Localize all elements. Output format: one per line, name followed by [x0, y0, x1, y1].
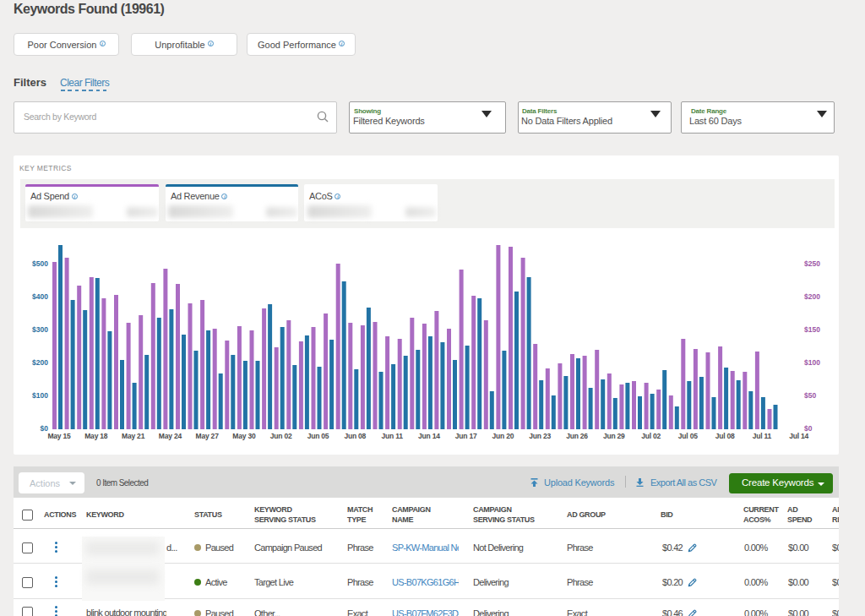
svg-text:Jun 17: Jun 17: [455, 432, 477, 440]
svg-text:Jun 05: Jun 05: [307, 432, 329, 440]
svg-text:$200: $200: [32, 358, 48, 367]
svg-text:Jun 26: Jun 26: [566, 432, 588, 440]
svg-text:Jun 02: Jun 02: [270, 432, 292, 440]
svg-text:$300: $300: [32, 325, 48, 334]
svg-text:Jul 11: Jul 11: [753, 432, 772, 440]
svg-text:$150: $150: [804, 325, 820, 334]
svg-text:$400: $400: [32, 292, 48, 301]
svg-text:May 24: May 24: [159, 432, 182, 440]
svg-text:Jul 02: Jul 02: [641, 432, 661, 440]
svg-text:Jun 29: Jun 29: [603, 432, 625, 440]
svg-text:$100: $100: [32, 391, 48, 400]
svg-text:Jun 23: Jun 23: [529, 432, 551, 440]
svg-text:$100: $100: [804, 358, 820, 367]
svg-text:$500: $500: [32, 259, 48, 268]
svg-text:May 15: May 15: [47, 432, 71, 440]
svg-text:$250: $250: [804, 259, 820, 268]
svg-text:Jun 08: Jun 08: [344, 432, 366, 440]
svg-text:Jun 11: Jun 11: [381, 432, 403, 440]
svg-text:$200: $200: [804, 292, 820, 301]
svg-text:Jul 05: Jul 05: [678, 432, 698, 440]
svg-text:Jul 14: Jul 14: [789, 432, 808, 440]
svg-text:May 18: May 18: [84, 432, 108, 440]
svg-text:May 27: May 27: [196, 432, 220, 440]
svg-text:Jun 14: Jun 14: [418, 432, 440, 440]
svg-text:$50: $50: [804, 391, 816, 400]
svg-text:May 21: May 21: [122, 432, 145, 440]
svg-text:Jun 20: Jun 20: [492, 432, 514, 440]
svg-text:Jul 08: Jul 08: [715, 432, 735, 440]
svg-text:May 30: May 30: [232, 432, 256, 440]
